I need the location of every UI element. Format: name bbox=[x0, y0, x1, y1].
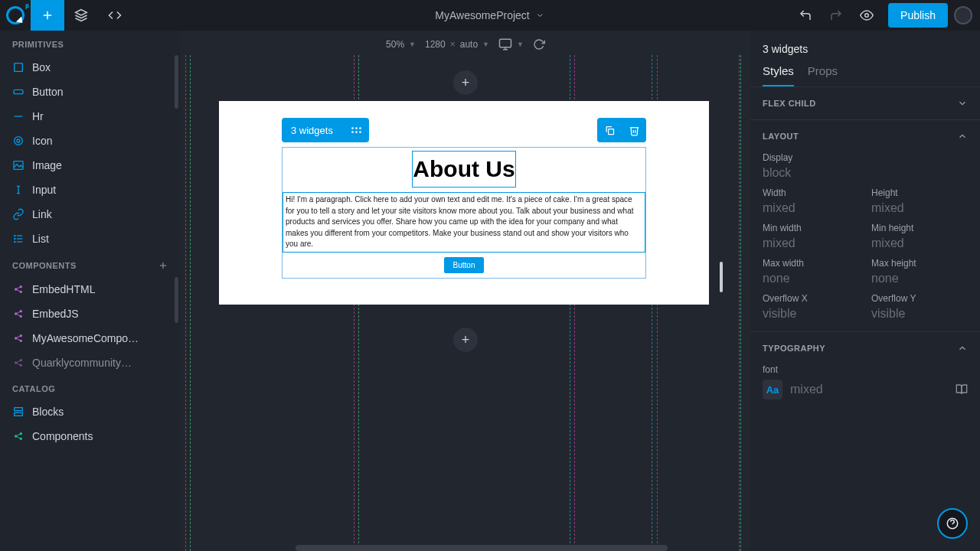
svg-line-24 bbox=[17, 287, 20, 289]
svg-rect-48 bbox=[500, 39, 511, 47]
layout-header[interactable]: LAYOUT bbox=[750, 120, 980, 152]
preview-button[interactable] bbox=[851, 0, 882, 31]
paragraph-widget[interactable]: Hi! I'm a paragraph. Click here to add y… bbox=[283, 192, 645, 253]
font-label: font bbox=[763, 364, 968, 375]
components-list: EmbedHTML EmbedJS MyAwesomeCompo… Quarkl… bbox=[0, 277, 181, 375]
primitive-list[interactable]: List bbox=[0, 227, 181, 251]
primitives-list: Box Button Hr Icon Image Input Link List bbox=[0, 55, 181, 251]
svg-point-43 bbox=[15, 435, 17, 437]
catalog-blocks[interactable]: Blocks bbox=[0, 399, 181, 424]
primitive-link[interactable]: Link bbox=[0, 202, 181, 227]
device-control[interactable]: ▼ bbox=[498, 37, 524, 51]
delete-button[interactable] bbox=[622, 118, 646, 142]
duplicate-button[interactable] bbox=[597, 118, 622, 142]
tab-props[interactable]: Props bbox=[808, 64, 838, 86]
svg-point-16 bbox=[15, 235, 15, 236]
svg-point-18 bbox=[15, 241, 15, 242]
dimensions-control[interactable]: 1280 × auto ▼ bbox=[425, 39, 489, 50]
field-display[interactable]: Display block bbox=[763, 152, 968, 180]
primitive-hr[interactable]: Hr bbox=[0, 104, 181, 129]
component-embedhtml[interactable]: EmbedHTML bbox=[0, 277, 181, 302]
chevron-down-icon bbox=[957, 98, 968, 109]
help-button[interactable] bbox=[937, 508, 968, 539]
field-font[interactable]: Aa mixed bbox=[763, 380, 968, 399]
svg-point-22 bbox=[20, 285, 22, 288]
svg-point-31 bbox=[15, 337, 17, 339]
svg-point-32 bbox=[20, 334, 22, 337]
catalog-components[interactable]: Components bbox=[0, 424, 181, 448]
field-width[interactable]: Widthmixed bbox=[763, 187, 859, 215]
rotate-control[interactable] bbox=[533, 38, 545, 51]
svg-line-29 bbox=[17, 311, 20, 313]
panel-title: 3 widgets bbox=[750, 31, 980, 61]
tab-styles[interactable]: Styles bbox=[763, 64, 794, 86]
project-title-dropdown[interactable]: MyAwesomeProject bbox=[435, 9, 544, 21]
resize-handle[interactable] bbox=[720, 262, 723, 292]
heading-widget[interactable]: About Us bbox=[412, 151, 515, 187]
svg-point-7 bbox=[15, 137, 23, 145]
field-max-height[interactable]: Max heightnone bbox=[871, 258, 968, 285]
primitive-icon[interactable]: Icon bbox=[0, 129, 181, 153]
selection-badge[interactable]: 3 widgets bbox=[282, 118, 369, 142]
svg-point-44 bbox=[20, 432, 22, 435]
section-layout: LAYOUT Display block Widthmixed Heightmi… bbox=[750, 119, 980, 331]
button-widget[interactable]: Button bbox=[444, 257, 485, 273]
user-avatar[interactable] bbox=[954, 6, 972, 24]
horizontal-scrollbar[interactable] bbox=[296, 545, 668, 551]
add-section-above[interactable]: + bbox=[453, 70, 478, 95]
primitive-image[interactable]: Image bbox=[0, 153, 181, 178]
canvas-inner[interactable]: + 3 widgets About Us Hi! I'm a paragraph… bbox=[181, 55, 750, 551]
svg-line-46 bbox=[17, 434, 20, 435]
svg-rect-41 bbox=[15, 408, 23, 411]
svg-point-45 bbox=[20, 438, 22, 440]
undo-button[interactable] bbox=[790, 0, 821, 31]
redo-button[interactable] bbox=[821, 0, 851, 31]
sidebar-left: PRIMITIVES Box Button Hr Icon Image Inpu… bbox=[0, 31, 181, 551]
svg-line-35 bbox=[17, 339, 20, 341]
field-height[interactable]: Heightmixed bbox=[871, 187, 968, 215]
section-typography: TYPOGRAPHY font Aa mixed bbox=[750, 331, 980, 410]
svg-rect-4 bbox=[15, 64, 23, 72]
primitive-input[interactable]: Input bbox=[0, 178, 181, 202]
field-overflow-y[interactable]: Overflow Yvisible bbox=[871, 293, 968, 321]
layers-button[interactable] bbox=[64, 0, 98, 31]
component-embedjs[interactable]: EmbedJS bbox=[0, 302, 181, 326]
component-quarklycommunity[interactable]: Quarklycommunity… bbox=[0, 350, 181, 375]
field-max-width[interactable]: Max widthnone bbox=[763, 258, 859, 285]
topbar-right: Publish bbox=[790, 0, 980, 31]
project-name: MyAwesomeProject bbox=[435, 9, 529, 21]
chevron-up-icon bbox=[957, 131, 968, 142]
chevron-down-icon bbox=[536, 11, 545, 20]
svg-line-25 bbox=[17, 290, 20, 292]
svg-point-26 bbox=[15, 312, 17, 315]
scrollbar-thumb[interactable] bbox=[175, 277, 178, 323]
primitive-box[interactable]: Box bbox=[0, 55, 181, 80]
primitive-button[interactable]: Button bbox=[0, 80, 181, 104]
code-button[interactable] bbox=[98, 0, 132, 31]
add-section-below[interactable]: + bbox=[453, 328, 478, 352]
svg-line-47 bbox=[17, 437, 20, 439]
section-flex-child: FLEX CHILD bbox=[750, 86, 980, 119]
artboard[interactable]: 3 widgets About Us Hi! I'm a paragraph. … bbox=[219, 101, 709, 305]
svg-point-23 bbox=[20, 291, 22, 293]
main: PRIMITIVES Box Button Hr Icon Image Inpu… bbox=[0, 31, 980, 551]
publish-button[interactable]: Publish bbox=[888, 3, 948, 28]
catalog-list: Blocks Components bbox=[0, 399, 181, 448]
scrollbar-thumb[interactable] bbox=[175, 55, 178, 109]
primitives-header: PRIMITIVES bbox=[0, 31, 181, 55]
svg-line-39 bbox=[17, 360, 20, 362]
zoom-control[interactable]: 50%▼ bbox=[386, 39, 416, 50]
add-component-icon[interactable] bbox=[158, 260, 168, 271]
svg-rect-42 bbox=[15, 412, 23, 416]
add-panel-button[interactable] bbox=[31, 0, 64, 31]
svg-point-36 bbox=[15, 361, 17, 364]
flex-child-header[interactable]: FLEX CHILD bbox=[750, 87, 980, 119]
typography-header[interactable]: TYPOGRAPHY bbox=[750, 332, 980, 364]
component-myawesome[interactable]: MyAwesomeCompo… bbox=[0, 326, 181, 350]
field-min-width[interactable]: Min widthmixed bbox=[763, 223, 859, 250]
field-min-height[interactable]: Min heightmixed bbox=[871, 223, 968, 250]
field-overflow-x[interactable]: Overflow Xvisible bbox=[763, 293, 859, 321]
app-logo[interactable]: β bbox=[0, 0, 31, 31]
svg-point-33 bbox=[20, 340, 22, 342]
book-icon[interactable] bbox=[956, 383, 968, 396]
